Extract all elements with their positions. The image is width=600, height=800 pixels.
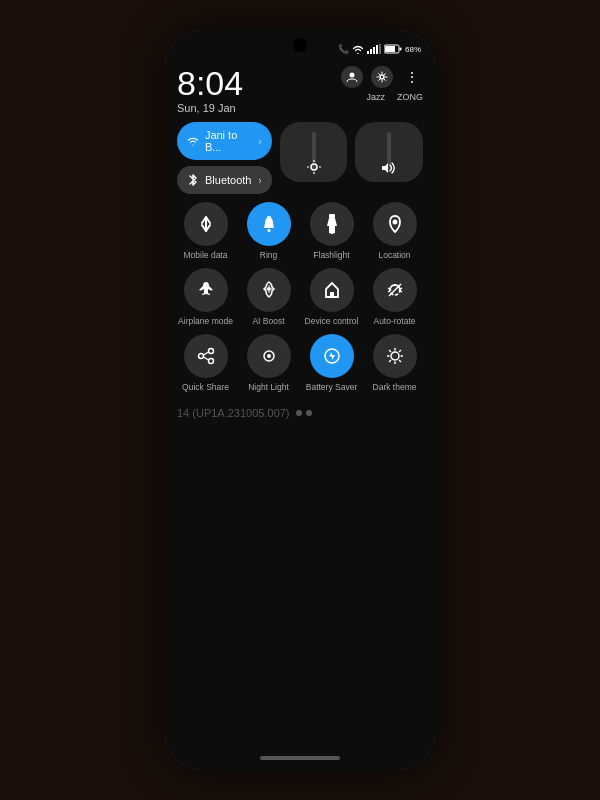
flashlight-label: Flashlight	[313, 250, 349, 260]
airplane-label: Airplane mode	[178, 316, 233, 326]
top-row: 8:04 Sun, 19 Jan	[177, 66, 423, 114]
dark-theme-btn[interactable]	[373, 334, 417, 378]
svg-point-27	[198, 354, 203, 359]
clock: 8:04	[177, 66, 243, 100]
pills-col: Jani to B... › Bluetooth ›	[177, 122, 272, 194]
carrier-area: ⋮ Jazz ZONG	[341, 66, 423, 102]
svg-rect-20	[330, 292, 334, 297]
bt-chevron: ›	[258, 175, 261, 186]
toggle-dark-theme[interactable]: Dark theme	[366, 334, 423, 392]
svg-rect-0	[367, 51, 369, 54]
svg-point-8	[350, 73, 355, 78]
bt-label: Bluetooth	[205, 174, 251, 186]
status-right: 📞	[338, 44, 421, 54]
volume-icon	[381, 162, 397, 174]
profile-icon[interactable]	[341, 66, 363, 88]
toggle-grid: Mobile data Ring	[177, 202, 423, 393]
toggle-battery-saver[interactable]: Battery Saver	[303, 334, 360, 392]
version-dots	[296, 410, 312, 416]
svg-line-22	[388, 290, 391, 292]
svg-rect-1	[370, 49, 372, 54]
svg-point-15	[267, 229, 270, 232]
toggle-quick-share[interactable]: Quick Share	[177, 334, 234, 392]
svg-line-30	[203, 357, 208, 360]
wifi-label: Jani to B...	[205, 129, 252, 153]
volume-slider[interactable]	[355, 122, 423, 182]
more-icon[interactable]: ⋮	[401, 66, 423, 88]
svg-point-19	[267, 287, 271, 291]
dark-theme-label: Dark theme	[373, 382, 417, 392]
svg-line-39	[389, 350, 391, 352]
toggle-auto-rotate[interactable]: Auto-rotate	[366, 268, 423, 326]
ai-boost-label: AI Boost	[252, 316, 284, 326]
auto-rotate-btn[interactable]	[373, 268, 417, 312]
wifi-status-icon	[352, 44, 364, 54]
svg-rect-17	[329, 214, 335, 218]
toggle-flashlight[interactable]: Flashlight	[303, 202, 360, 260]
dot-1	[296, 410, 302, 416]
device-control-btn[interactable]	[310, 268, 354, 312]
battery-percentage: 68%	[405, 45, 421, 54]
svg-point-18	[392, 220, 397, 225]
night-light-btn[interactable]	[247, 334, 291, 378]
ai-boost-btn[interactable]	[247, 268, 291, 312]
settings-icon[interactable]	[371, 66, 393, 88]
svg-line-40	[399, 360, 401, 362]
carrier-jazz: Jazz	[366, 92, 385, 102]
svg-point-10	[311, 164, 317, 170]
mobile-data-btn[interactable]	[184, 202, 228, 246]
svg-line-41	[399, 350, 401, 352]
version-row: 14 (UP1A.231005.007)	[177, 403, 423, 423]
dot-2	[306, 410, 312, 416]
svg-rect-6	[385, 46, 395, 52]
toggle-mobile-data[interactable]: Mobile data	[177, 202, 234, 260]
notch	[293, 38, 307, 52]
toggle-night-light[interactable]: Night Light	[240, 334, 297, 392]
controls-row: Jani to B... › Bluetooth ›	[177, 122, 423, 194]
device-control-label: Device control	[305, 316, 359, 326]
night-light-label: Night Light	[248, 382, 289, 392]
auto-rotate-label: Auto-rotate	[373, 316, 415, 326]
bt-pill[interactable]: Bluetooth ›	[177, 166, 272, 194]
toggle-ring[interactable]: Ring	[240, 202, 297, 260]
svg-point-26	[208, 349, 213, 354]
carrier-zong: ZONG	[397, 92, 423, 102]
toggle-ai-boost[interactable]: AI Boost	[240, 268, 297, 326]
location-btn[interactable]	[373, 202, 417, 246]
time-block: 8:04 Sun, 19 Jan	[177, 66, 243, 114]
svg-rect-2	[373, 47, 375, 54]
ring-label: Ring	[260, 250, 277, 260]
carrier-icons: ⋮	[341, 66, 423, 88]
svg-point-32	[267, 354, 271, 358]
quick-share-label: Quick Share	[182, 382, 229, 392]
main-content: 8:04 Sun, 19 Jan	[165, 60, 435, 433]
battery-saver-label: Battery Saver	[306, 382, 358, 392]
airplane-btn[interactable]	[184, 268, 228, 312]
ring-btn[interactable]	[247, 202, 291, 246]
mobile-data-label: Mobile data	[184, 250, 228, 260]
home-indicator[interactable]	[260, 756, 340, 760]
version-label: 14 (UP1A.231005.007)	[177, 407, 290, 419]
wifi-pill[interactable]: Jani to B... ›	[177, 122, 272, 160]
phone-frame: 📞	[165, 30, 435, 770]
quick-share-btn[interactable]	[184, 334, 228, 378]
toggle-location[interactable]: Location	[366, 202, 423, 260]
brightness-slider[interactable]	[280, 122, 348, 182]
svg-rect-7	[399, 48, 401, 51]
carrier-names: Jazz ZONG	[366, 92, 423, 102]
svg-rect-3	[376, 45, 378, 54]
toggle-device-control[interactable]: Device control	[303, 268, 360, 326]
location-label: Location	[378, 250, 410, 260]
battery-icon	[384, 44, 402, 54]
svg-rect-4	[379, 44, 381, 54]
battery-saver-btn[interactable]	[310, 334, 354, 378]
svg-point-9	[380, 75, 384, 79]
svg-line-29	[203, 352, 208, 355]
toggle-airplane[interactable]: Airplane mode	[177, 268, 234, 326]
brightness-icon	[307, 160, 321, 174]
svg-point-28	[208, 359, 213, 364]
signal-icon	[367, 44, 381, 54]
svg-line-42	[389, 360, 391, 362]
date-label: Sun, 19 Jan	[177, 102, 243, 114]
flashlight-btn[interactable]	[310, 202, 354, 246]
